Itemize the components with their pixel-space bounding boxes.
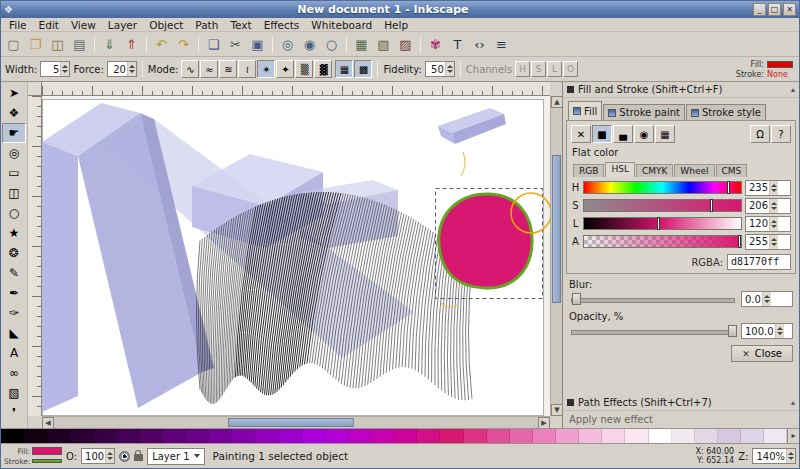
mode-drag-button[interactable]: ▓ xyxy=(314,60,332,78)
mode-attract-button[interactable]: ≋ xyxy=(219,60,237,78)
spinner-arrows[interactable] xyxy=(769,217,778,231)
palette-swatch[interactable] xyxy=(371,429,394,443)
status-opacity-spinbox[interactable]: 100 xyxy=(81,448,115,464)
close-window-button[interactable]: ✕ xyxy=(783,3,796,16)
layer-selector[interactable]: Layer 1 xyxy=(147,448,204,465)
maximize-button[interactable]: □ xyxy=(768,3,781,16)
alpha-spinbox[interactable]: 255 xyxy=(745,234,791,250)
palette-swatch[interactable] xyxy=(741,429,764,443)
mode-shrink-button[interactable]: ≈ xyxy=(200,60,218,78)
ellipse-tool-button[interactable]: ○ xyxy=(2,203,26,223)
saturation-slider[interactable] xyxy=(583,199,742,212)
layer-visibility-icon[interactable] xyxy=(119,451,130,462)
menu-object[interactable]: Object xyxy=(143,18,189,32)
align-dialog-button[interactable]: ≡ xyxy=(491,34,512,55)
hue-slider[interactable] xyxy=(583,181,742,194)
radial-gradient-button[interactable]: ◉ xyxy=(634,125,654,143)
collapse-icon[interactable]: ▴ xyxy=(791,398,795,407)
undo-button[interactable]: ↶ xyxy=(151,34,172,55)
status-fill-swatch[interactable] xyxy=(32,447,62,455)
colorspace-tab-cms[interactable]: CMS xyxy=(716,164,748,177)
palette-swatch[interactable] xyxy=(487,429,510,443)
colorspace-tab-wheel[interactable]: Wheel xyxy=(674,164,714,177)
palette-swatch[interactable] xyxy=(510,429,533,443)
palette-swatch[interactable] xyxy=(1,429,24,443)
spinner-arrows[interactable] xyxy=(786,449,795,463)
width-spinbox[interactable]: 5 xyxy=(40,61,70,77)
horizontal-ruler[interactable] xyxy=(42,82,550,96)
drawing-canvas[interactable] xyxy=(42,96,550,416)
spinner-arrows[interactable] xyxy=(445,62,454,76)
palette-swatch[interactable] xyxy=(718,429,741,443)
style-indicator[interactable]: Fill: Stroke: xyxy=(4,447,62,466)
pencil-tool-button[interactable]: ✎ xyxy=(2,263,26,283)
spiral-tool-button[interactable]: ❂ xyxy=(2,243,26,263)
palette-swatch[interactable] xyxy=(70,429,93,443)
colorspace-tab-hsl[interactable]: HSL xyxy=(605,162,635,177)
menu-text[interactable]: Text xyxy=(224,18,257,32)
rgba-input[interactable]: d81770ff xyxy=(727,254,791,270)
pink-blob-path[interactable] xyxy=(439,194,532,288)
zoom-page-button[interactable]: ○ xyxy=(321,34,342,55)
palette-swatch[interactable] xyxy=(279,429,302,443)
paintbucket-tool-button[interactable]: ◣ xyxy=(2,323,26,343)
pattern-button[interactable]: ▦ xyxy=(655,125,675,143)
channel-l-button[interactable]: L xyxy=(547,61,562,77)
fill-stroke-dialog-title[interactable]: Fill and Stroke (Shift+Ctrl+F) ▴ xyxy=(563,82,799,98)
palette-swatch[interactable] xyxy=(695,429,718,443)
spinner-arrows[interactable] xyxy=(762,292,771,306)
menu-effects[interactable]: Effects xyxy=(258,18,306,32)
alpha-slider[interactable] xyxy=(583,235,742,248)
vertical-scrollbar-thumb[interactable] xyxy=(552,155,561,303)
spinner-arrows[interactable] xyxy=(127,62,136,76)
slider-marker[interactable] xyxy=(711,200,712,211)
palette-swatch[interactable] xyxy=(302,429,325,443)
cut-button[interactable]: ✂ xyxy=(225,34,246,55)
vertical-scrollbar-track[interactable] xyxy=(551,108,562,404)
star-tool-button[interactable]: ★ xyxy=(2,223,26,243)
palette-swatch[interactable] xyxy=(625,429,648,443)
mode-push-button[interactable]: ∿ xyxy=(181,60,199,78)
menu-path[interactable]: Path xyxy=(189,18,224,32)
horizontal-scrollbar[interactable]: ◀ ▶ xyxy=(42,416,550,428)
redo-button[interactable]: ↷ xyxy=(173,34,194,55)
layer-lock-icon[interactable] xyxy=(134,454,143,461)
canvas-viewport[interactable] xyxy=(42,96,550,416)
opacity-spinbox[interactable]: 100.0 xyxy=(741,323,793,339)
palette-swatch[interactable] xyxy=(117,429,140,443)
new-document-button[interactable]: ▢ xyxy=(3,34,24,55)
palette-swatch[interactable] xyxy=(348,429,371,443)
titlebar[interactable]: ❖ New document 1 - Inkscape _ □ ✕ xyxy=(1,1,799,18)
menu-file[interactable]: File xyxy=(3,18,33,32)
palette-swatch[interactable] xyxy=(163,429,186,443)
tab-stroke-paint[interactable]: Stroke paint xyxy=(603,104,685,120)
selector-tool-button[interactable]: ➤ xyxy=(2,83,26,103)
copy-button[interactable]: ❏ xyxy=(203,34,224,55)
calligraphy-tool-button[interactable]: ✑ xyxy=(2,303,26,323)
blur-spinbox[interactable]: 0.0 xyxy=(741,291,793,307)
dropper-tool-button[interactable]: ❜ xyxy=(2,403,26,423)
export-button[interactable]: ⇑ xyxy=(121,34,142,55)
opacity-slider[interactable] xyxy=(569,324,737,338)
spinner-arrows[interactable] xyxy=(60,62,69,76)
unlink-clone-button[interactable]: ▨ xyxy=(395,34,416,55)
colorspace-tab-rgb[interactable]: RGB xyxy=(573,164,604,177)
mode-roughen-button[interactable]: ≀ xyxy=(238,60,256,78)
horizontal-scrollbar-track[interactable] xyxy=(54,417,538,428)
palette-swatch[interactable] xyxy=(186,429,209,443)
menu-edit[interactable]: Edit xyxy=(33,18,65,32)
force-spinbox[interactable]: 20 xyxy=(107,61,137,77)
open-document-button[interactable]: ❐ xyxy=(25,34,46,55)
palette-swatch[interactable] xyxy=(394,429,417,443)
import-button[interactable]: ⇓ xyxy=(99,34,120,55)
pen-tool-button[interactable]: ✒ xyxy=(2,283,26,303)
spinner-arrows[interactable] xyxy=(105,449,114,463)
print-button[interactable]: ▤ xyxy=(69,34,90,55)
mode-jitter-button[interactable]: ✦ xyxy=(276,60,294,78)
clone-button[interactable]: ▧ xyxy=(373,34,394,55)
box3d-face[interactable] xyxy=(42,142,78,412)
palette-swatch[interactable] xyxy=(556,429,579,443)
palette-swatch[interactable] xyxy=(602,429,625,443)
xml-editor-button[interactable]: ‹› xyxy=(469,34,490,55)
node-tool-button[interactable]: ❖ xyxy=(2,103,26,123)
